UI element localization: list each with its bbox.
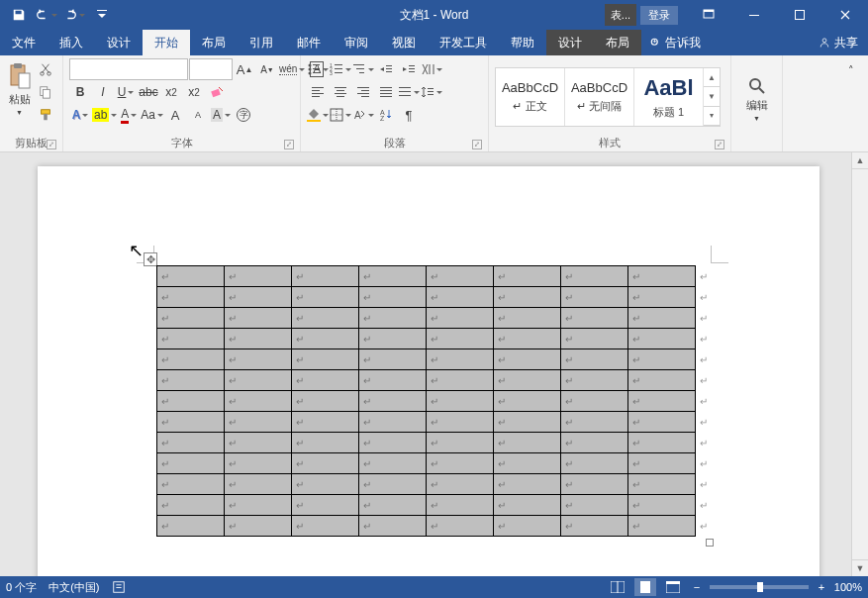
italic-button[interactable]: I <box>92 81 114 103</box>
font-size-combo[interactable] <box>189 58 233 80</box>
table-cell[interactable]: ↵ <box>157 391 225 412</box>
style-normal[interactable]: AaBbCcD↵ 正文 <box>496 68 565 126</box>
table-cell[interactable]: ↵ <box>157 474 225 495</box>
style-no-spacing[interactable]: AaBbCcD↵ 无间隔 <box>565 68 634 126</box>
table-cell[interactable]: ↵ <box>359 433 427 453</box>
table-cell[interactable]: ↵ <box>427 370 494 391</box>
distribute-button[interactable] <box>398 81 420 103</box>
vertical-scrollbar[interactable]: ▲ ▼ <box>851 152 868 576</box>
table-cell[interactable]: ↵ <box>561 412 628 433</box>
table-cell[interactable]: ↵ <box>628 453 696 474</box>
text-direction-button[interactable]: A <box>352 104 374 126</box>
line-spacing-button[interactable] <box>421 81 442 103</box>
numbering-button[interactable]: 123 <box>330 58 351 80</box>
format-painter-button[interactable] <box>35 104 56 126</box>
paragraph-launcher[interactable]: ⤢ <box>472 140 482 150</box>
underline-button[interactable]: U <box>115 81 137 103</box>
table-cell[interactable]: ↵ <box>494 266 561 287</box>
table-cell[interactable]: ↵ <box>292 391 359 412</box>
table-cell[interactable]: ↵ <box>494 370 561 391</box>
tell-me-search[interactable]: 告诉我 <box>641 30 709 55</box>
read-mode-button[interactable] <box>607 578 628 596</box>
bullets-button[interactable] <box>307 58 329 80</box>
tab-view[interactable]: 视图 <box>380 30 428 55</box>
sort-button[interactable]: AZ <box>375 104 397 126</box>
table-cell[interactable]: ↵ <box>157 433 225 453</box>
table-cell[interactable]: ↵ <box>561 474 628 495</box>
table-cell[interactable]: ↵ <box>427 433 494 453</box>
font-color-button[interactable]: A <box>118 104 140 126</box>
save-icon[interactable] <box>6 2 32 28</box>
table-cell[interactable]: ↵ <box>292 453 359 474</box>
table-cell[interactable]: ↵ <box>225 370 292 391</box>
table-cell[interactable]: ↵ <box>561 433 628 453</box>
table-cell[interactable]: ↵ <box>494 495 561 516</box>
grow-font2-button[interactable]: A <box>164 104 186 126</box>
gallery-up-button[interactable]: ▲ <box>704 68 720 87</box>
text-effects-button[interactable]: A <box>69 104 91 126</box>
table-cell[interactable]: ↵ <box>494 349 561 370</box>
tab-table-design[interactable]: 设计 <box>546 30 594 55</box>
table-cell[interactable]: ↵ <box>292 266 359 287</box>
table-cell[interactable]: ↵ <box>225 329 292 349</box>
table-cell[interactable]: ↵ <box>561 516 628 537</box>
zoom-in-button[interactable]: + <box>815 581 828 593</box>
styles-launcher[interactable]: ⤢ <box>715 140 724 150</box>
tab-table-layout[interactable]: 布局 <box>594 30 641 55</box>
copy-button[interactable] <box>35 81 56 103</box>
maximize-button[interactable] <box>777 0 822 30</box>
table-cell[interactable]: ↵ <box>157 308 225 329</box>
table-cell[interactable]: ↵ <box>359 391 427 412</box>
gallery-more-button[interactable]: ▾ <box>704 107 720 126</box>
table-cell[interactable]: ↵ <box>561 308 628 329</box>
strikethrough-button[interactable]: abc <box>138 81 159 103</box>
table-cell[interactable]: ↵ <box>427 308 494 329</box>
table-cell[interactable]: ↵ <box>628 516 696 537</box>
qat-customize-icon[interactable] <box>89 2 115 28</box>
table-cell[interactable]: ↵ <box>494 474 561 495</box>
table-cell[interactable]: ↵ <box>225 266 292 287</box>
table-cell[interactable]: ↵ <box>157 287 225 308</box>
table-cell[interactable]: ↵ <box>561 266 628 287</box>
character-shading-button[interactable]: A <box>210 104 232 126</box>
table-cell[interactable]: ↵ <box>628 266 696 287</box>
table-cell[interactable]: ↵ <box>292 287 359 308</box>
table-cell[interactable]: ↵ <box>157 495 225 516</box>
table-cell[interactable]: ↵ <box>427 349 494 370</box>
table-cell[interactable]: ↵ <box>494 287 561 308</box>
accessibility-icon[interactable] <box>112 580 126 594</box>
zoom-slider[interactable] <box>710 585 809 589</box>
table-cell[interactable]: ↵ <box>494 516 561 537</box>
table-cell[interactable]: ↵ <box>359 349 427 370</box>
scroll-down-button[interactable]: ▼ <box>852 559 868 576</box>
print-layout-button[interactable] <box>634 578 656 596</box>
table-cell[interactable]: ↵ <box>157 329 225 349</box>
table-cell[interactable]: ↵ <box>427 287 494 308</box>
table-cell[interactable]: ↵ <box>427 391 494 412</box>
table-cell[interactable]: ↵ <box>359 370 427 391</box>
table-cell[interactable]: ↵ <box>225 474 292 495</box>
undo-button[interactable] <box>34 2 59 28</box>
scroll-up-button[interactable]: ▲ <box>852 152 868 169</box>
borders-button[interactable] <box>330 104 351 126</box>
table-cell[interactable]: ↵ <box>427 453 494 474</box>
table-move-handle[interactable]: ✥ <box>144 252 157 266</box>
table-cell[interactable]: ↵ <box>628 349 696 370</box>
table-cell[interactable]: ↵ <box>628 391 696 412</box>
table-cell[interactable]: ↵ <box>225 349 292 370</box>
cut-button[interactable] <box>35 58 56 80</box>
login-button[interactable]: 登录 <box>640 6 678 25</box>
minimize-button[interactable] <box>731 0 777 30</box>
font-launcher[interactable]: ⤢ <box>284 140 294 150</box>
table-cell[interactable]: ↵ <box>427 329 494 349</box>
asian-layout-button[interactable] <box>421 58 442 80</box>
table-cell[interactable]: ↵ <box>427 474 494 495</box>
tab-references[interactable]: 引用 <box>238 30 285 55</box>
table-cell[interactable]: ↵ <box>359 287 427 308</box>
table-cell[interactable]: ↵ <box>494 412 561 433</box>
table-cell[interactable]: ↵ <box>494 329 561 349</box>
table-cell[interactable]: ↵ <box>292 349 359 370</box>
table-cell[interactable]: ↵ <box>427 412 494 433</box>
tab-insert[interactable]: 插入 <box>48 30 95 55</box>
shrink-font-button[interactable]: A▼ <box>256 58 278 80</box>
